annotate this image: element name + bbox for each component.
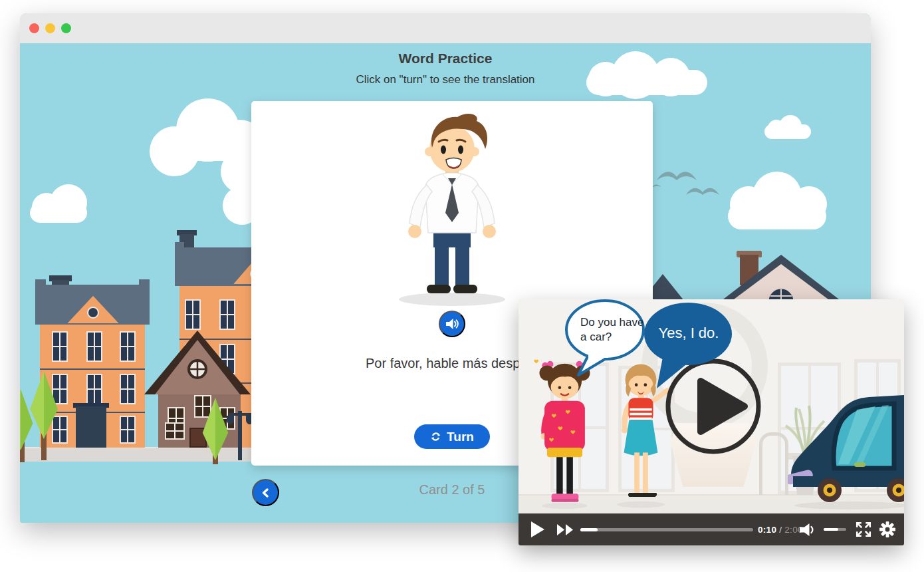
video-control-bar: 0:10 / 2:00 — [519, 513, 904, 545]
progress-bar[interactable] — [580, 528, 753, 531]
close-button[interactable] — [29, 23, 39, 33]
fullscreen-icon — [855, 521, 872, 538]
businessman-illustration — [379, 108, 525, 307]
speech-bubble-answer — [641, 301, 738, 394]
time-current: 0:10 — [758, 525, 776, 535]
audio-button[interactable] — [439, 311, 465, 337]
flashcard-phrase: Por favor, hable más despa — [366, 356, 527, 371]
turn-button-label: Turn — [447, 430, 474, 444]
building-door — [76, 406, 106, 448]
progress-fill — [580, 528, 598, 531]
volume-icon — [799, 523, 818, 537]
chair — [759, 432, 788, 495]
page-subtitle: Click on "turn" to see the translation — [20, 73, 871, 86]
house-right — [718, 249, 844, 301]
turn-button[interactable]: Turn — [414, 424, 490, 449]
refresh-icon — [430, 431, 441, 442]
fast-forward-button[interactable] — [557, 513, 574, 545]
minimize-button[interactable] — [45, 23, 55, 33]
bubble-question-text: Do you have a car? — [580, 315, 649, 345]
zoom-button[interactable] — [61, 23, 71, 33]
play-icon — [530, 521, 545, 538]
bubble-answer-text: Yes, I do. — [649, 325, 729, 342]
girl-illustration — [533, 358, 596, 512]
birds-icon — [651, 164, 738, 204]
volume-button[interactable] — [799, 513, 818, 545]
fast-forward-icon — [557, 524, 574, 535]
fullscreen-button[interactable] — [855, 513, 872, 545]
settings-gear-icon — [879, 521, 896, 538]
video-player[interactable]: Do you have a car? Yes, I do. 0:10 / 2:0… — [519, 299, 904, 545]
page-title: Word Practice — [20, 51, 871, 67]
window-titlebar — [20, 13, 871, 43]
time-divider: / — [776, 525, 784, 535]
play-button[interactable] — [530, 513, 545, 545]
time-display: 0:10 / 2:00 — [758, 513, 803, 545]
speaker-icon — [445, 317, 459, 331]
settings-button[interactable] — [879, 513, 896, 545]
volume-slider[interactable] — [824, 528, 846, 531]
video-scene: Do you have a car? Yes, I do. — [519, 299, 904, 513]
volume-fill — [824, 528, 838, 531]
car-illustration — [788, 392, 904, 513]
